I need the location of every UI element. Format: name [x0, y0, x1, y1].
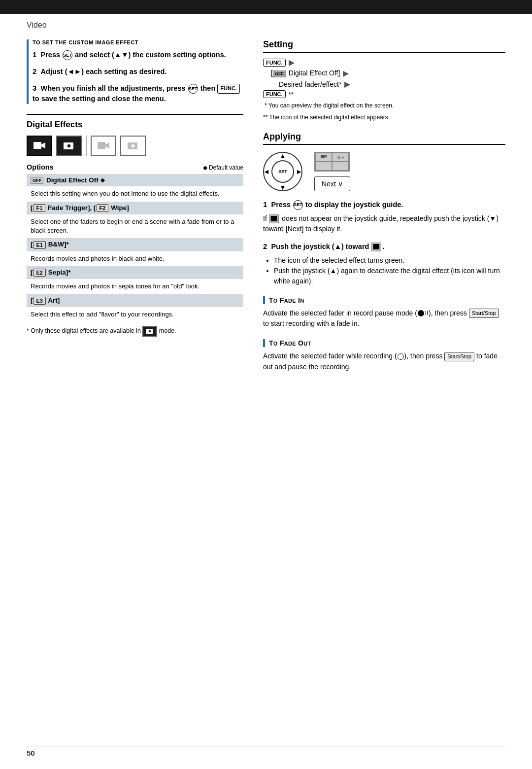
next-label: Next	[322, 180, 336, 188]
options-header: Options ◆ Default value	[27, 163, 243, 171]
applying-divider	[263, 144, 505, 145]
effect-icon-video-faded	[91, 136, 116, 156]
applying-title: Applying	[263, 132, 505, 142]
deff-icon: OFF	[31, 177, 43, 184]
fade-out-title: TO FADE OUT	[263, 339, 505, 347]
next-grid: G ●	[314, 152, 350, 172]
e3-label: E3	[33, 297, 46, 305]
camera-mode-icon	[142, 326, 157, 337]
svg-rect-0	[33, 142, 41, 149]
step-3: 3 When you finish all the adjustments, p…	[33, 83, 243, 104]
options-list: OFF Digital Effect Off ◆ Select this set…	[27, 174, 243, 322]
grid-cell-2: G ●	[332, 153, 348, 161]
option-row-2: [F1 Fade Trigger], [F2 Wipe]	[27, 202, 243, 214]
joystick-icon: ▲ ▼ ◄ ► SET	[263, 152, 302, 191]
next-group: G ● Next ∨	[314, 152, 350, 191]
options-label: Options	[27, 163, 54, 171]
setting-title: Setting	[263, 39, 505, 50]
option-row-3: [E1 B&W]*	[27, 238, 243, 251]
deff-icon-setting: OFF	[273, 70, 286, 77]
grid-cell-3	[316, 162, 332, 170]
startstop-box-1: Start/Stop	[469, 309, 499, 318]
setting-row-1: FUNC. ▶	[263, 58, 505, 67]
bullet-1: The icon of the selected effect turns gr…	[274, 255, 505, 266]
joystick-down-arrow: ▼	[279, 183, 286, 191]
option-desc-3: Records movies and photos in black and w…	[27, 252, 243, 266]
f1-label: F1	[33, 204, 46, 212]
fade-in-section: TO FADE IN Activate the selected fader i…	[263, 296, 505, 329]
setting-note-2: ** The icon of the selected digital effe…	[263, 113, 505, 122]
right-column: Setting FUNC. ▶ [OFF Digital Effect Off]…	[263, 39, 505, 372]
step2-bullets: The icon of the selected effect turns gr…	[274, 255, 505, 286]
fade-in-title: TO FADE IN	[263, 296, 505, 304]
effect-icon-photo	[56, 136, 82, 156]
custom-image-section: To set the custom image effect 1 Press S…	[27, 39, 243, 104]
diamond-icon: ◆	[100, 177, 104, 183]
options-default: ◆ Default value	[203, 164, 243, 171]
option-label-1: Digital Effect Off	[46, 176, 99, 184]
page-title: Video	[0, 14, 532, 30]
applying-diagram: ▲ ▼ ◄ ► SET G ●	[263, 152, 505, 191]
arrow-icon-1: ▶	[289, 58, 295, 67]
record-icon-filled	[418, 310, 424, 316]
footnote: * Only these digital effects are availab…	[27, 326, 243, 337]
option-desc-4: Records movies and photos in sepia tones…	[27, 280, 243, 294]
step1-detail: If ██ does not appear on the joystick gu…	[263, 213, 505, 234]
set-icon-apply: SET	[293, 200, 303, 210]
effect-icon-photo-faded	[120, 136, 146, 156]
svg-point-7	[131, 144, 135, 148]
record-icon-outline	[398, 353, 404, 360]
bottom-line	[27, 746, 505, 746]
func-box-setting-2: FUNC.	[263, 90, 286, 98]
fade-in-text: Activate the selected fader in record pa…	[263, 308, 505, 329]
applying-steps: 1 Press SET to display the joystick guid…	[263, 199, 505, 286]
svg-rect-10	[321, 155, 325, 158]
fade-out-label: TO FADE OUT	[269, 339, 311, 347]
setting-row-4: FUNC. **	[263, 90, 505, 98]
fade-in-label: TO FADE IN	[269, 296, 304, 304]
joystick-left-arrow: ◄	[263, 168, 270, 175]
fade-out-section: TO FADE OUT Activate the selected fader …	[263, 339, 505, 372]
pause-icon: II	[425, 309, 428, 317]
page-number: 50	[27, 749, 35, 757]
option-label-2: [F1 Fade Trigger], [F2 Wipe]	[31, 204, 129, 212]
step2-text: Push the joystick (▲) toward ██.	[271, 243, 385, 250]
set-icon: SET	[63, 50, 72, 60]
step1-text: Press SET to display the joystick guide.	[271, 201, 403, 209]
svg-marker-11	[325, 155, 327, 158]
option-desc-2: Select one of the faders to begin or end…	[27, 215, 243, 238]
set-icon-2: SET	[188, 84, 198, 94]
arrow-icon-3: ▶	[344, 79, 350, 89]
setting-divider	[263, 52, 505, 53]
option-label-3: [E1 B&W]*	[31, 241, 69, 248]
digital-effects-divider	[27, 114, 243, 115]
grid-cell-4	[332, 162, 348, 170]
grid-cell-1	[316, 153, 332, 161]
top-bar	[0, 0, 532, 14]
setting-row-2: [OFF Digital Effect Off] ▶	[271, 69, 505, 78]
setting-label-2: [OFF Digital Effect Off]	[271, 69, 340, 77]
next-chevron: ∨	[338, 180, 343, 188]
option-row-1: OFF Digital Effect Off ◆	[27, 174, 243, 186]
applying-section: Applying ▲ ▼ ◄ ► SET	[263, 132, 505, 372]
effect-icons-row	[27, 136, 243, 156]
effect-icon-video	[27, 136, 52, 156]
joystick-right-arrow: ►	[296, 168, 302, 175]
e2-label: E2	[33, 269, 46, 277]
option-row-4: [E2 Sepia]*	[27, 266, 243, 279]
svg-marker-1	[41, 142, 45, 148]
option-row-5: [E3 Art]	[27, 294, 243, 307]
svg-marker-5	[105, 142, 109, 148]
effect-icon-divider	[86, 136, 87, 156]
f2-label: F2	[97, 204, 109, 212]
joystick-container: ▲ ▼ ◄ ► SET	[263, 152, 302, 191]
option-desc-1: Select this setting when you do not inte…	[27, 187, 243, 201]
effect-icon-step2: ██	[371, 243, 381, 251]
svg-point-3	[67, 144, 71, 148]
step-2: 2 Adjust (◄►) each setting as desired.	[33, 66, 243, 77]
step-1: 1 Press SET and select (▲▼) the custom s…	[33, 49, 243, 60]
setting-row-3: Desired fader/effect* ▶	[279, 79, 505, 89]
joystick-inner: SET	[271, 160, 294, 183]
option-desc-5: Select this effect to add "flavor" to yo…	[27, 308, 243, 322]
digital-effects-title: Digital Effects	[27, 120, 243, 130]
